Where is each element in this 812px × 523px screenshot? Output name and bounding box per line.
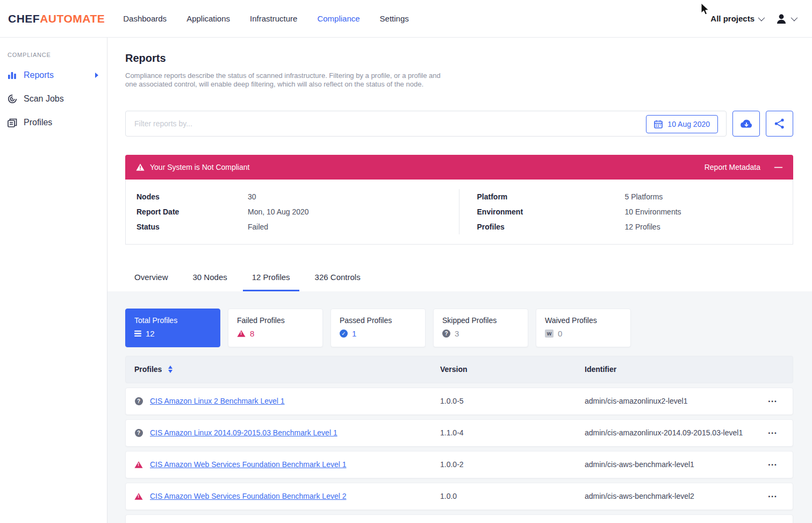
card-value: 0 — [558, 329, 562, 338]
share-icon — [774, 118, 785, 129]
user-menu[interactable] — [775, 12, 796, 25]
profile-identifier: admin/cis-aws-benchmark-level1 — [585, 460, 768, 469]
nav-item-dashboards[interactable]: Dashboards — [123, 14, 167, 23]
card-value: 12 — [146, 329, 155, 338]
tab-profiles[interactable]: 12 Profiles — [243, 268, 299, 291]
card-waived-profiles[interactable]: Waived Profiles w 0 — [536, 309, 631, 347]
card-passed-profiles[interactable]: Passed Profiles ✓ 1 — [330, 309, 426, 347]
profile-link[interactable]: CIS Amazon Web Services Foundation Bench… — [150, 460, 346, 469]
metadata-row-report-date: Report Date Mon, 10 Aug 2020 — [136, 204, 448, 219]
profile-version: 1.1.0-4 — [440, 428, 585, 437]
card-failed-profiles[interactable]: Failed Profiles 8 — [228, 309, 323, 347]
sidebar-section-label: COMPLIANCE — [0, 52, 107, 58]
nav-item-settings[interactable]: Settings — [380, 14, 409, 23]
profiles-section: Total Profiles 12 Failed Profiles 8 Pass… — [107, 291, 812, 523]
profile-identifier: admin/cis-amazonlinux2-level1 — [585, 397, 768, 405]
report-metadata-toggle[interactable]: Report Metadata — [705, 163, 760, 171]
nav-item-applications[interactable]: Applications — [186, 14, 230, 23]
profile-identifier: admin/cis-aws-benchmark-level2 — [585, 492, 768, 500]
report-date-label: 10 Aug 2020 — [667, 120, 710, 128]
sort-asc-icon — [168, 366, 173, 369]
row-menu-button[interactable]: ... — [768, 521, 781, 523]
chevron-down-icon — [758, 15, 765, 22]
warning-triangle-icon — [134, 493, 142, 499]
metadata-row-nodes: Nodes 30 — [136, 189, 448, 204]
warning-triangle-icon — [134, 461, 142, 468]
column-header-profiles: Profiles — [134, 365, 162, 374]
profile-link[interactable]: CIS Amazon Web Services Foundation Bench… — [150, 492, 346, 500]
profile-link[interactable]: CIS Amazon Linux 2014.09-2015.03 Benchma… — [150, 428, 337, 437]
card-label: Skipped Profiles — [442, 316, 519, 325]
waived-w-icon: w — [545, 329, 554, 338]
table-row: ? CIS Amazon Linux 2014.09-2015.03 Bench… — [125, 419, 793, 447]
question-circle-icon: ? — [135, 397, 143, 405]
filter-box: 10 Aug 2020 — [125, 111, 727, 137]
card-total-profiles[interactable]: Total Profiles 12 — [125, 309, 220, 347]
metadata-label: Nodes — [136, 192, 248, 201]
sort-desc-icon — [168, 370, 173, 373]
projects-dropdown[interactable]: All projects — [710, 14, 763, 23]
profile-identifier: admin/cis-amazonlinux-2014.09-2015.03-le… — [585, 428, 768, 437]
download-report-button[interactable] — [732, 111, 760, 137]
sidebar-item-reports[interactable]: Reports — [0, 63, 107, 87]
profile-status-cards: Total Profiles 12 Failed Profiles 8 Pass… — [125, 309, 793, 347]
stacked-docs-icon — [8, 118, 17, 127]
nav-item-infrastructure[interactable]: Infrastructure — [250, 14, 297, 23]
sort-profiles-control[interactable] — [168, 366, 173, 373]
metadata-row-environment: Environment 10 Environments — [477, 204, 782, 219]
chevron-down-icon — [791, 15, 798, 22]
profile-link[interactable]: CIS Amazon Linux 2 Benchmark Level 1 — [150, 397, 285, 405]
profile-version: 1.0.0-5 — [440, 397, 585, 405]
report-date-button[interactable]: 10 Aug 2020 — [646, 115, 718, 133]
metadata-value: 10 Environments — [625, 207, 681, 216]
report-metadata-panel: Nodes 30 Report Date Mon, 10 Aug 2020 St… — [125, 180, 793, 245]
logo-automate-text: AUTOMATE — [40, 12, 105, 25]
nav-links: Dashboards Applications Infrastructure C… — [123, 14, 710, 23]
cloud-download-icon — [740, 119, 753, 128]
metadata-label: Report Date — [136, 207, 248, 216]
sidebar-item-scan-jobs[interactable]: Scan Jobs — [0, 87, 107, 111]
metadata-value: Mon, 10 Aug 2020 — [248, 207, 309, 216]
nav-right-controls: All projects — [710, 12, 796, 25]
metadata-value: 12 Profiles — [625, 223, 660, 231]
metadata-left-column: Nodes 30 Report Date Mon, 10 Aug 2020 St… — [126, 189, 459, 234]
row-menu-button[interactable]: ... — [768, 457, 781, 471]
row-menu-button[interactable]: ... — [768, 394, 781, 408]
card-value: 8 — [250, 329, 254, 338]
list-icon — [134, 331, 141, 337]
share-report-button[interactable] — [766, 111, 793, 137]
compliance-sidebar: COMPLIANCE Reports Scan Jobs — [0, 38, 107, 523]
tab-overview[interactable]: Overview — [125, 268, 177, 291]
tab-controls[interactable]: 326 Controls — [306, 268, 370, 291]
nav-item-compliance[interactable]: Compliance — [317, 14, 360, 23]
card-label: Total Profiles — [134, 316, 211, 325]
check-circle-icon: ✓ — [340, 329, 348, 338]
top-navigation: CHEFAUTOMATE Dashboards Applications Inf… — [0, 0, 812, 38]
metadata-right-column: Platform 5 Platforms Environment 10 Envi… — [459, 189, 793, 234]
metadata-label: Profiles — [477, 223, 625, 231]
filter-row: 10 Aug 2020 — [125, 111, 793, 137]
person-icon — [775, 12, 788, 25]
filter-reports-input[interactable] — [126, 119, 726, 128]
chef-automate-logo[interactable]: CHEFAUTOMATE — [8, 12, 105, 25]
metadata-row-profiles: Profiles 12 Profiles — [477, 219, 782, 234]
warning-triangle-icon — [237, 330, 245, 336]
metadata-row-status: Status Failed — [136, 219, 448, 234]
submenu-arrow-icon[interactable] — [95, 73, 98, 78]
tab-nodes[interactable]: 30 Nodes — [184, 268, 236, 291]
card-value: 1 — [352, 329, 356, 338]
profile-version: 1.0.0 — [440, 492, 585, 500]
row-menu-button[interactable]: ... — [768, 426, 781, 440]
row-menu-button[interactable]: ... — [768, 489, 781, 503]
card-skipped-profiles[interactable]: Skipped Profiles ? 3 — [433, 309, 528, 347]
profiles-table: Profiles Version Identifier ? CIS Amazon… — [125, 356, 793, 523]
metadata-label: Status — [136, 223, 248, 231]
collapse-metadata-icon[interactable]: — — [774, 162, 782, 171]
metadata-value: Failed — [248, 223, 268, 231]
column-header-identifier: Identifier — [585, 365, 768, 374]
metadata-label: Platform — [477, 192, 625, 201]
card-label: Failed Profiles — [237, 316, 314, 325]
sidebar-item-profiles[interactable]: Profiles — [0, 111, 107, 134]
projects-label: All projects — [710, 14, 754, 23]
page-title: Reports — [125, 52, 793, 65]
